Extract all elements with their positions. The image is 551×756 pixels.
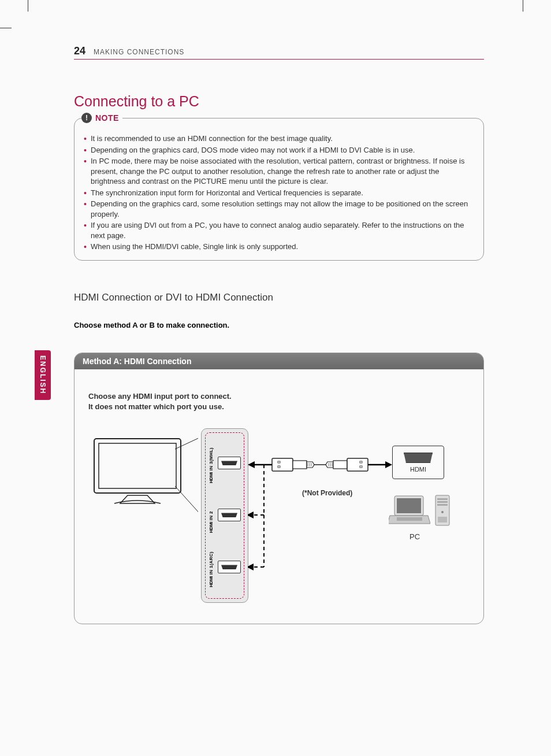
- connection-diagram: HDMI IN 3(MHL) HDMI IN 2 HDMI IN 1(ARC): [88, 428, 470, 613]
- method-body: Choose any HDMI input port to connect. I…: [75, 369, 483, 624]
- svg-rect-33: [437, 498, 448, 500]
- page-number: 24: [74, 45, 85, 57]
- crop-mark: [523, 0, 523, 12]
- note-list: It is recommended to use an HDMI connect…: [83, 134, 475, 252]
- hdmi-cable: [248, 457, 392, 579]
- note-header: ! NOTE: [81, 113, 122, 123]
- note-box: ! NOTE It is recommended to use an HDMI …: [74, 118, 484, 261]
- pc-tower-icon: [435, 495, 451, 527]
- hdmi-port-1: [218, 561, 241, 573]
- svg-marker-22: [385, 461, 392, 468]
- page-content: 24 MAKING CONNECTIONS Connecting to a PC…: [74, 45, 484, 624]
- crop-mark: [0, 28, 12, 28]
- hdmi-out-label: HDMI: [410, 466, 426, 473]
- method-title-bar: Method A: HDMI Connection: [75, 353, 483, 369]
- svg-point-36: [441, 511, 444, 513]
- page-header: 24 MAKING CONNECTIONS: [74, 45, 484, 60]
- pc-label: PC: [409, 532, 420, 541]
- note-item: If you are using DVI out from a PC, you …: [83, 220, 475, 240]
- language-tab: ENGLISH: [35, 350, 51, 400]
- hdmi-port-panel: HDMI IN 3(MHL) HDMI IN 2 HDMI IN 1(ARC): [201, 428, 248, 603]
- crop-mark: [28, 0, 28, 12]
- method-desc-line: Choose any HDMI input port to connect.: [88, 392, 232, 401]
- svg-rect-37: [438, 517, 447, 522]
- svg-rect-16: [347, 458, 368, 471]
- hdmi-slot-icon: [404, 453, 433, 463]
- method-desc-line: It does not matter which port you use.: [88, 402, 224, 411]
- tv-icon: [88, 434, 198, 515]
- note-item: The synchronization input form for Horiz…: [83, 188, 475, 198]
- subheading: HDMI Connection or DVI to HDMI Connectio…: [74, 292, 484, 303]
- svg-marker-25: [248, 512, 254, 518]
- svg-rect-30: [397, 498, 421, 513]
- svg-line-3: [175, 486, 198, 515]
- note-item: It is recommended to use an HDMI connect…: [83, 134, 475, 144]
- svg-rect-15: [333, 461, 347, 469]
- page-title: Connecting to a PC: [74, 93, 484, 110]
- note-item: Depending on the graphics card, DOS mode…: [83, 145, 475, 155]
- hdmi-port-2: [218, 509, 241, 521]
- svg-rect-0: [94, 439, 181, 493]
- instruction-text: Choose method A or B to make connection.: [74, 321, 484, 329]
- svg-rect-31: [397, 517, 422, 521]
- method-a-box: Method A: HDMI Connection Choose any HDM…: [74, 353, 484, 624]
- port-label-1: HDMI IN 1(ARC): [209, 546, 214, 587]
- hdmi-port-3: [218, 457, 241, 469]
- svg-rect-35: [437, 504, 448, 506]
- svg-rect-4: [272, 458, 293, 471]
- laptop-icon: [389, 495, 430, 527]
- not-provided-label: (*Not Provided): [302, 489, 352, 497]
- pc-hdmi-output: HDMI: [392, 446, 444, 479]
- note-item: Depending on the graphics card, some res…: [83, 199, 475, 219]
- svg-rect-1: [99, 443, 176, 488]
- method-description: Choose any HDMI input port to connect. I…: [88, 391, 470, 412]
- svg-rect-34: [437, 501, 448, 503]
- port-label-3: HDMI IN 3(MHL): [209, 442, 214, 483]
- svg-marker-20: [248, 461, 255, 468]
- note-label: NOTE: [95, 113, 119, 123]
- running-head: MAKING CONNECTIONS: [94, 48, 184, 56]
- port-label-2: HDMI IN 2: [209, 497, 214, 533]
- svg-rect-7: [293, 461, 307, 469]
- note-item: In PC mode, there may be noise associate…: [83, 156, 475, 187]
- info-icon: !: [81, 113, 92, 123]
- svg-marker-28: [248, 564, 254, 570]
- note-item: When using the HDMI/DVI cable, Single li…: [83, 242, 475, 252]
